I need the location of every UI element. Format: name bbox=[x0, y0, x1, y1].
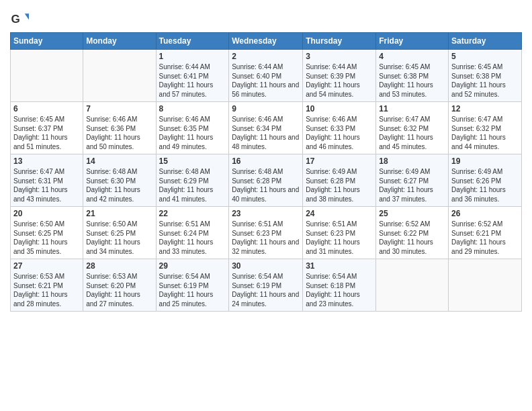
calendar-cell: 12Sunrise: 6:47 AMSunset: 6:32 PMDayligh… bbox=[449, 102, 522, 154]
day-number: 21 bbox=[86, 209, 152, 218]
logo: G bbox=[10, 9, 31, 28]
day-detail: Sunrise: 6:47 AMSunset: 6:32 PMDaylight:… bbox=[379, 115, 445, 151]
day-detail: Sunrise: 6:47 AMSunset: 6:31 PMDaylight:… bbox=[13, 167, 80, 203]
day-number: 15 bbox=[159, 156, 226, 166]
day-detail: Sunrise: 6:46 AMSunset: 6:35 PMDaylight:… bbox=[159, 115, 226, 151]
calendar-cell: 26Sunrise: 6:52 AMSunset: 6:21 PMDayligh… bbox=[449, 207, 522, 259]
calendar-cell: 18Sunrise: 6:49 AMSunset: 6:27 PMDayligh… bbox=[376, 154, 449, 207]
day-detail: Sunrise: 6:54 AMSunset: 6:19 PMDaylight:… bbox=[232, 272, 300, 308]
calendar-week-row: 13Sunrise: 6:47 AMSunset: 6:31 PMDayligh… bbox=[11, 154, 522, 207]
calendar-cell: 29Sunrise: 6:54 AMSunset: 6:19 PMDayligh… bbox=[156, 259, 229, 312]
day-detail: Sunrise: 6:54 AMSunset: 6:18 PMDaylight:… bbox=[306, 272, 373, 308]
day-detail: Sunrise: 6:46 AMSunset: 6:33 PMDaylight:… bbox=[306, 115, 373, 151]
day-number: 13 bbox=[13, 156, 80, 166]
day-number: 5 bbox=[451, 52, 519, 61]
day-detail: Sunrise: 6:44 AMSunset: 6:41 PMDaylight:… bbox=[159, 62, 226, 99]
day-number: 22 bbox=[159, 209, 226, 218]
day-detail: Sunrise: 6:49 AMSunset: 6:26 PMDaylight:… bbox=[451, 167, 519, 203]
day-detail: Sunrise: 6:46 AMSunset: 6:36 PMDaylight:… bbox=[86, 115, 152, 151]
day-number: 27 bbox=[13, 261, 80, 271]
day-number: 20 bbox=[13, 209, 80, 218]
calendar-cell: 30Sunrise: 6:54 AMSunset: 6:19 PMDayligh… bbox=[229, 259, 303, 312]
calendar-body: 1Sunrise: 6:44 AMSunset: 6:41 PMDaylight… bbox=[11, 50, 522, 312]
svg-text:G: G bbox=[11, 13, 20, 26]
calendar-cell: 16Sunrise: 6:48 AMSunset: 6:28 PMDayligh… bbox=[229, 154, 303, 207]
calendar-cell: 2Sunrise: 6:44 AMSunset: 6:40 PMDaylight… bbox=[229, 50, 303, 102]
weekday-header-row: SundayMondayTuesdayWednesdayThursdayFrid… bbox=[11, 33, 522, 50]
calendar-cell: 24Sunrise: 6:51 AMSunset: 6:23 PMDayligh… bbox=[303, 207, 376, 259]
calendar-cell: 15Sunrise: 6:48 AMSunset: 6:29 PMDayligh… bbox=[156, 154, 229, 207]
day-number: 23 bbox=[232, 209, 300, 218]
day-detail: Sunrise: 6:48 AMSunset: 6:28 PMDaylight:… bbox=[232, 167, 300, 203]
logo-icon: G bbox=[10, 9, 29, 28]
calendar-cell: 28Sunrise: 6:53 AMSunset: 6:20 PMDayligh… bbox=[83, 259, 156, 312]
day-number: 11 bbox=[379, 104, 445, 113]
calendar-cell: 10Sunrise: 6:46 AMSunset: 6:33 PMDayligh… bbox=[303, 102, 376, 154]
calendar-cell: 14Sunrise: 6:48 AMSunset: 6:30 PMDayligh… bbox=[83, 154, 156, 207]
calendar-cell: 1Sunrise: 6:44 AMSunset: 6:41 PMDaylight… bbox=[156, 50, 229, 102]
day-number: 31 bbox=[306, 261, 373, 271]
calendar-cell: 25Sunrise: 6:52 AMSunset: 6:22 PMDayligh… bbox=[376, 207, 449, 259]
weekday-header-thursday: Thursday bbox=[303, 33, 376, 50]
day-number: 18 bbox=[379, 156, 445, 166]
weekday-header-wednesday: Wednesday bbox=[229, 33, 303, 50]
calendar-cell: 20Sunrise: 6:50 AMSunset: 6:25 PMDayligh… bbox=[11, 207, 83, 259]
day-detail: Sunrise: 6:51 AMSunset: 6:23 PMDaylight:… bbox=[232, 220, 300, 256]
day-detail: Sunrise: 6:50 AMSunset: 6:25 PMDaylight:… bbox=[86, 220, 152, 256]
calendar-cell bbox=[83, 50, 156, 102]
day-detail: Sunrise: 6:48 AMSunset: 6:30 PMDaylight:… bbox=[86, 167, 152, 203]
calendar-header: SundayMondayTuesdayWednesdayThursdayFrid… bbox=[11, 33, 522, 50]
calendar-cell bbox=[449, 259, 522, 312]
day-number: 3 bbox=[306, 52, 373, 61]
day-number: 24 bbox=[306, 209, 373, 218]
day-detail: Sunrise: 6:54 AMSunset: 6:19 PMDaylight:… bbox=[159, 272, 226, 308]
calendar-table: SundayMondayTuesdayWednesdayThursdayFrid… bbox=[10, 32, 522, 312]
day-number: 6 bbox=[13, 104, 80, 113]
weekday-header-sunday: Sunday bbox=[11, 33, 83, 50]
day-number: 16 bbox=[232, 156, 300, 166]
calendar-cell: 17Sunrise: 6:49 AMSunset: 6:28 PMDayligh… bbox=[303, 154, 376, 207]
day-number: 26 bbox=[451, 209, 519, 218]
day-number: 25 bbox=[379, 209, 445, 218]
calendar-cell: 8Sunrise: 6:46 AMSunset: 6:35 PMDaylight… bbox=[156, 102, 229, 154]
calendar-cell: 6Sunrise: 6:45 AMSunset: 6:37 PMDaylight… bbox=[11, 102, 83, 154]
calendar-cell: 19Sunrise: 6:49 AMSunset: 6:26 PMDayligh… bbox=[449, 154, 522, 207]
calendar-week-row: 1Sunrise: 6:44 AMSunset: 6:41 PMDaylight… bbox=[11, 50, 522, 102]
day-detail: Sunrise: 6:49 AMSunset: 6:27 PMDaylight:… bbox=[379, 167, 445, 203]
svg-marker-1 bbox=[25, 13, 29, 19]
day-detail: Sunrise: 6:46 AMSunset: 6:34 PMDaylight:… bbox=[232, 115, 300, 151]
day-detail: Sunrise: 6:45 AMSunset: 6:38 PMDaylight:… bbox=[379, 62, 445, 99]
weekday-header-friday: Friday bbox=[376, 33, 449, 50]
day-number: 28 bbox=[86, 261, 152, 271]
weekday-header-tuesday: Tuesday bbox=[156, 33, 229, 50]
calendar-cell: 9Sunrise: 6:46 AMSunset: 6:34 PMDaylight… bbox=[229, 102, 303, 154]
weekday-header-monday: Monday bbox=[83, 33, 156, 50]
calendar-cell: 27Sunrise: 6:53 AMSunset: 6:21 PMDayligh… bbox=[11, 259, 83, 312]
calendar-cell: 5Sunrise: 6:45 AMSunset: 6:38 PMDaylight… bbox=[449, 50, 522, 102]
day-detail: Sunrise: 6:47 AMSunset: 6:32 PMDaylight:… bbox=[451, 115, 519, 151]
calendar-cell: 22Sunrise: 6:51 AMSunset: 6:24 PMDayligh… bbox=[156, 207, 229, 259]
day-detail: Sunrise: 6:52 AMSunset: 6:21 PMDaylight:… bbox=[451, 220, 519, 256]
calendar-cell: 4Sunrise: 6:45 AMSunset: 6:38 PMDaylight… bbox=[376, 50, 449, 102]
day-detail: Sunrise: 6:44 AMSunset: 6:39 PMDaylight:… bbox=[306, 62, 373, 99]
day-number: 2 bbox=[232, 52, 300, 61]
day-number: 29 bbox=[159, 261, 226, 271]
calendar-week-row: 27Sunrise: 6:53 AMSunset: 6:21 PMDayligh… bbox=[11, 259, 522, 312]
calendar-cell: 3Sunrise: 6:44 AMSunset: 6:39 PMDaylight… bbox=[303, 50, 376, 102]
day-detail: Sunrise: 6:53 AMSunset: 6:21 PMDaylight:… bbox=[13, 272, 80, 308]
page-header: G bbox=[10, 7, 522, 28]
day-detail: Sunrise: 6:48 AMSunset: 6:29 PMDaylight:… bbox=[159, 167, 226, 203]
calendar-cell: 23Sunrise: 6:51 AMSunset: 6:23 PMDayligh… bbox=[229, 207, 303, 259]
day-number: 30 bbox=[232, 261, 300, 271]
day-number: 8 bbox=[159, 104, 226, 113]
day-number: 4 bbox=[379, 52, 445, 61]
day-detail: Sunrise: 6:44 AMSunset: 6:40 PMDaylight:… bbox=[232, 62, 300, 99]
day-number: 14 bbox=[86, 156, 152, 166]
weekday-header-saturday: Saturday bbox=[449, 33, 522, 50]
day-number: 7 bbox=[86, 104, 152, 113]
calendar-week-row: 20Sunrise: 6:50 AMSunset: 6:25 PMDayligh… bbox=[11, 207, 522, 259]
day-detail: Sunrise: 6:51 AMSunset: 6:23 PMDaylight:… bbox=[306, 220, 373, 256]
day-detail: Sunrise: 6:50 AMSunset: 6:25 PMDaylight:… bbox=[13, 220, 80, 256]
calendar-cell: 13Sunrise: 6:47 AMSunset: 6:31 PMDayligh… bbox=[11, 154, 83, 207]
calendar-cell bbox=[11, 50, 83, 102]
